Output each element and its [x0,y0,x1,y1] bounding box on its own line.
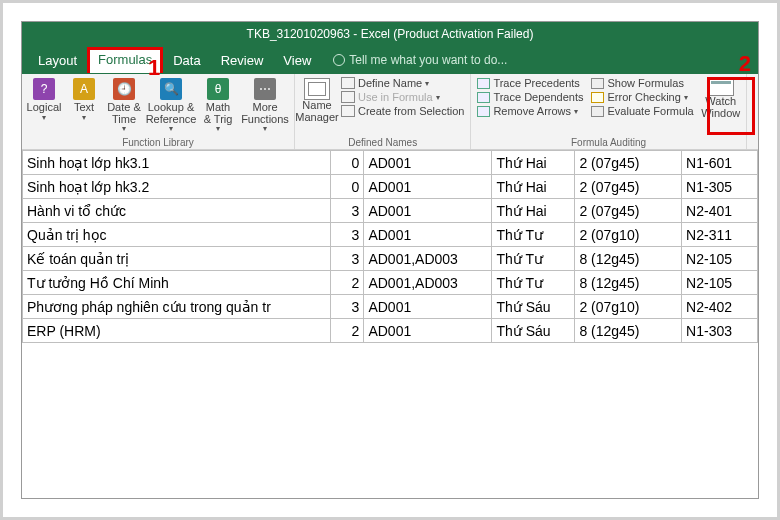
tab-view[interactable]: View [273,48,321,73]
tell-me-placeholder: Tell me what you want to do... [349,53,507,67]
table-row[interactable]: Hành vi tổ chức3AD001Thứ Hai2 (07g45)N2-… [23,199,758,223]
logical-label: Logical [27,102,62,114]
cell[interactable]: N2-105 [682,247,758,271]
show-formulas-button[interactable]: Show Formulas [587,76,697,90]
chevron-down-icon: ▾ [122,125,126,133]
define-name-button[interactable]: Define Name ▾ [337,76,468,90]
cell[interactable]: Thứ Hai [492,175,575,199]
cell[interactable]: ERP (HRM) [23,319,331,343]
cell[interactable]: 2 [331,271,364,295]
cell[interactable]: AD001 [364,199,492,223]
table-row[interactable]: Kế toán quản trị3AD001,AD003Thứ Tư8 (12g… [23,247,758,271]
text-button[interactable]: A Text ▾ [64,76,104,124]
precedents-label: Trace Precedents [493,77,579,89]
watch-window-icon [708,78,734,96]
name-manager-button[interactable]: Name Manager [297,76,337,125]
evaluate-icon [591,106,604,117]
cell[interactable]: 2 (07g45) [575,151,682,175]
cell[interactable]: Thứ Hai [492,199,575,223]
error-checking-button[interactable]: Error Checking ▾ [587,90,697,104]
chevron-down-icon: ▾ [436,93,440,102]
cell[interactable]: N2-105 [682,271,758,295]
cell[interactable]: 2 (07g10) [575,223,682,247]
chevron-down-icon: ▾ [684,93,688,102]
table-row[interactable]: Phương pháp nghiên cứu trong quản tr3AD0… [23,295,758,319]
group-label-auditing: Formula Auditing [473,137,743,149]
cell[interactable]: Thứ Tư [492,223,575,247]
cell[interactable]: AD001 [364,319,492,343]
cell[interactable]: Thứ Tư [492,247,575,271]
error-check-icon [591,92,604,103]
use-in-formula-button[interactable]: Use in Formula ▾ [337,90,468,104]
cell[interactable]: 2 (07g45) [575,199,682,223]
cell[interactable]: 2 (07g45) [575,175,682,199]
cell[interactable]: N2-401 [682,199,758,223]
cell[interactable]: Tư tưởng Hồ Chí Minh [23,271,331,295]
cell[interactable]: 8 (12g45) [575,319,682,343]
cell[interactable]: 3 [331,295,364,319]
cell[interactable]: 3 [331,199,364,223]
cell[interactable]: Sinh hoạt lớp hk3.1 [23,151,331,175]
tab-review[interactable]: Review [211,48,274,73]
show-formulas-icon [591,78,604,89]
logical-icon: ? [33,78,55,100]
cell[interactable]: AD001 [364,151,492,175]
cell[interactable]: N1-303 [682,319,758,343]
table-row[interactable]: Sinh hoạt lớp hk3.20AD001Thứ Hai2 (07g45… [23,175,758,199]
trace-dependents-button[interactable]: Trace Dependents [473,90,587,104]
cell[interactable]: 2 [331,319,364,343]
cell[interactable]: 0 [331,175,364,199]
tab-layout[interactable]: Layout [28,48,87,73]
cell[interactable]: N2-402 [682,295,758,319]
cell[interactable]: AD001 [364,295,492,319]
create-from-selection-button[interactable]: Create from Selection [337,104,468,118]
spreadsheet-grid[interactable]: Sinh hoạt lớp hk3.10AD001Thứ Hai2 (07g45… [22,150,758,343]
cell[interactable]: 0 [331,151,364,175]
cell[interactable]: 8 (12g45) [575,247,682,271]
remove-arrows-label: Remove Arrows [493,105,571,117]
cell[interactable]: N1-601 [682,151,758,175]
cell[interactable]: Kế toán quản trị [23,247,331,271]
cell[interactable]: Quản trị học [23,223,331,247]
cell[interactable]: Thứ Sáu [492,319,575,343]
tell-me-search[interactable]: Tell me what you want to do... [333,53,507,67]
cell[interactable]: AD001,AD003 [364,271,492,295]
more-functions-button[interactable]: ⋯ More Functions ▾ [238,76,292,135]
fx-icon [341,91,355,103]
cell[interactable]: Thứ Hai [492,151,575,175]
evaluate-formula-button[interactable]: Evaluate Formula [587,104,697,118]
group-formula-auditing: Trace Precedents Trace Dependents Remove… [471,74,746,149]
table-row[interactable]: Sinh hoạt lớp hk3.10AD001Thứ Hai2 (07g45… [23,151,758,175]
cell[interactable]: Hành vi tổ chức [23,199,331,223]
logical-button[interactable]: ? Logical ▾ [24,76,64,124]
ribbon: ? Logical ▾ A Text ▾ 🕘 Date & Time ▾ 🔍 L… [22,74,758,150]
precedents-icon [477,78,490,89]
trace-precedents-button[interactable]: Trace Precedents [473,76,587,90]
cell[interactable]: N2-311 [682,223,758,247]
cell[interactable]: N1-305 [682,175,758,199]
cell[interactable]: Sinh hoạt lớp hk3.2 [23,175,331,199]
cell[interactable]: Phương pháp nghiên cứu trong quản tr [23,295,331,319]
name-manager-icon [304,78,330,100]
cell[interactable]: Thứ Sáu [492,295,575,319]
text-label: Text [74,102,94,114]
tab-data[interactable]: Data [163,48,210,73]
watch-window-button[interactable]: Watch Window [698,76,744,121]
cell[interactable]: 8 (12g45) [575,271,682,295]
cell[interactable]: AD001 [364,175,492,199]
remove-arrows-button[interactable]: Remove Arrows ▾ [473,104,587,118]
cell[interactable]: 3 [331,247,364,271]
math-button[interactable]: θ Math & Trig ▾ [198,76,238,135]
cell[interactable]: 3 [331,223,364,247]
table-row[interactable]: Quản trị học3AD001Thứ Tư2 (07g10)N2-311 [23,223,758,247]
cell[interactable]: Thứ Tư [492,271,575,295]
date-time-button[interactable]: 🕘 Date & Time ▾ [104,76,144,135]
cell[interactable]: AD001,AD003 [364,247,492,271]
lookup-button[interactable]: 🔍 Lookup & Reference ▾ [144,76,198,135]
cell[interactable]: 2 (07g10) [575,295,682,319]
create-from-selection-label: Create from Selection [358,105,464,117]
table-row[interactable]: ERP (HRM)2AD001Thứ Sáu8 (12g45)N1-303 [23,319,758,343]
cell[interactable]: AD001 [364,223,492,247]
table-row[interactable]: Tư tưởng Hồ Chí Minh2AD001,AD003Thứ Tư8 … [23,271,758,295]
selection-icon [341,105,355,117]
